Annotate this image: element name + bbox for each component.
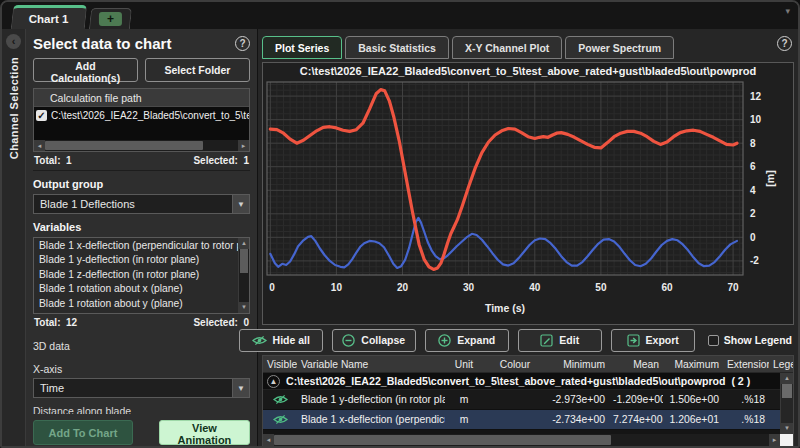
series-group-row[interactable]: ▲ C:\test\2026_IEA22_Bladed5\convert_to_… xyxy=(263,373,793,390)
visibility-toggle[interactable] xyxy=(263,414,297,425)
series-min: -2.973e+00 xyxy=(547,394,609,405)
scroll-left-icon[interactable]: ◂ xyxy=(34,140,45,151)
svg-text:Time (s): Time (s) xyxy=(485,302,525,314)
select-folder-button[interactable]: Select Folder xyxy=(145,58,250,82)
calc-checkbox-checked[interactable]: ✓ xyxy=(36,110,47,121)
show-legend-label: Show Legend xyxy=(724,334,792,346)
tab-plot-series[interactable]: Plot Series xyxy=(262,36,342,59)
variable-item[interactable]: Blade 1 rotation about y (plane) xyxy=(34,296,238,311)
chart-tab-strip: Chart 1 + ▾ xyxy=(2,2,798,29)
series-row[interactable]: Blade 1 x-deflection (perpendicular tom-… xyxy=(263,410,793,430)
edit-button[interactable]: Edit xyxy=(518,329,602,352)
svg-text:60: 60 xyxy=(661,282,673,293)
checkmark-icon: ✓ xyxy=(36,110,47,121)
3d-data-label: 3D data xyxy=(33,340,250,352)
column-header-colour[interactable]: Colour xyxy=(483,359,547,370)
series-horizontal-scrollbar[interactable]: ◂ ▸ xyxy=(263,434,780,446)
calc-table-body: ✓ C:\test\2026_IEA22_Bladed5\convert_to_… xyxy=(34,107,249,140)
scroll-track[interactable] xyxy=(45,140,238,151)
scroll-down-icon[interactable]: ▼ xyxy=(781,423,793,434)
scroll-down-icon[interactable]: ▼ xyxy=(239,302,249,313)
hide-all-button[interactable]: Hide all xyxy=(239,329,323,352)
chart-container: C:\test\2026_IEA22_Bladed5\convert_to_5\… xyxy=(262,62,794,325)
chevron-down-icon[interactable]: ▾ xyxy=(785,6,790,16)
scroll-left-icon[interactable]: ◂ xyxy=(263,434,274,446)
svg-text:30: 30 xyxy=(463,282,475,293)
chevron-up-icon[interactable]: ▲ xyxy=(267,375,280,388)
variables-list: Blade 1 x-deflection (perpendicular to r… xyxy=(33,237,250,314)
tab-chart-1[interactable]: Chart 1 xyxy=(11,5,87,29)
column-header-visible[interactable]: Visible xyxy=(263,359,297,370)
view-animation-button[interactable]: View Animation xyxy=(159,420,250,445)
chart-plot[interactable]: -2024681012010203040506070Time (s)[m] xyxy=(265,79,785,319)
output-group-dropdown[interactable]: Blade 1 Deflections ▼ xyxy=(33,194,250,214)
variables-label: Variables xyxy=(33,221,250,233)
variables-totals: Total: 12 Selected: 0 xyxy=(33,314,250,332)
visibility-toggle[interactable] xyxy=(263,394,297,405)
series-row[interactable]: Blade 1 y-deflection (in rotor plane) am… xyxy=(263,390,793,410)
calc-horizontal-scrollbar[interactable]: ◂ ▸ xyxy=(34,140,249,151)
tab-power-spectrum[interactable]: Power Spectrum xyxy=(565,36,674,59)
svg-text:50: 50 xyxy=(595,282,607,293)
column-header-maximum[interactable]: Maximum xyxy=(663,359,723,370)
svg-text:-2: -2 xyxy=(750,255,759,266)
scroll-thumb[interactable] xyxy=(240,249,248,273)
column-header-mean[interactable]: Mean xyxy=(609,359,663,370)
select-data-panel: Select data to chart ? Add Calculation(s… xyxy=(26,29,258,446)
plot-tab-bar: Plot SeriesBasic StatisticsX-Y Channel P… xyxy=(262,32,794,59)
series-extension: .%18 xyxy=(723,414,769,425)
calc-file-row[interactable]: ✓ C:\test\2026_IEA22_Bladed5\convert_to_… xyxy=(34,107,249,123)
series-unit: m xyxy=(445,414,483,425)
plus-icon: + xyxy=(99,12,122,26)
scroll-right-icon[interactable]: ▸ xyxy=(769,434,780,446)
series-toolbar: Hide all Collapse Expand Edit Export xyxy=(262,325,794,355)
tab-chart-1-label: Chart 1 xyxy=(29,13,69,25)
column-header-minimum[interactable]: Minimum xyxy=(547,359,609,370)
column-header-lege[interactable]: Lege xyxy=(769,359,793,370)
column-header-variable-name[interactable]: Variable Name xyxy=(297,359,445,370)
help-icon[interactable]: ? xyxy=(777,36,792,51)
help-icon[interactable]: ? xyxy=(235,36,250,51)
add-to-chart-button[interactable]: Add To Chart xyxy=(33,420,133,445)
scroll-up-icon[interactable]: ▲ xyxy=(239,238,249,249)
column-header-extension[interactable]: Extension xyxy=(723,359,769,370)
collapse-left-panel-button[interactable]: ‹ xyxy=(6,34,21,49)
channel-selection-label: Channel Selection xyxy=(8,57,20,159)
scroll-thumb[interactable] xyxy=(274,435,611,445)
scroll-thumb[interactable] xyxy=(782,384,792,398)
scroll-up-icon[interactable]: ▲ xyxy=(781,373,793,384)
scroll-right-icon[interactable]: ▸ xyxy=(238,140,249,151)
svg-text:[m]: [m] xyxy=(764,170,776,186)
column-header-unit[interactable]: Unit xyxy=(445,359,483,370)
variable-item[interactable]: Blade 1 z-deflection (in rotor plane) xyxy=(34,267,238,282)
variable-item[interactable]: Blade 1 rotation about x (plane) xyxy=(34,282,238,297)
calc-table-header[interactable]: Calculation file path xyxy=(34,89,249,107)
eye-slash-icon xyxy=(252,335,267,346)
show-legend-toggle[interactable]: Show Legend xyxy=(708,334,792,346)
x-axis-dropdown[interactable]: Time ▼ xyxy=(33,378,250,398)
new-chart-tab[interactable]: + xyxy=(89,8,132,29)
tab-basic-statistics[interactable]: Basic Statistics xyxy=(345,36,449,59)
scroll-track[interactable] xyxy=(239,249,249,302)
series-mean: -1.209e+00 xyxy=(609,394,663,405)
variables-scrollbar[interactable]: ▲ ▼ xyxy=(238,238,249,313)
collapse-button[interactable]: Collapse xyxy=(332,329,416,352)
chevron-down-icon: ▼ xyxy=(232,195,249,213)
series-vertical-scrollbar[interactable]: ▲ ▼ xyxy=(780,373,793,434)
series-table: VisibleVariable NameUnitColourMinimumMea… xyxy=(262,355,794,446)
expand-button[interactable]: Expand xyxy=(425,329,509,352)
variable-item[interactable]: Blade 1 x-deflection (perpendicular to r… xyxy=(34,238,238,253)
output-group-label: Output group xyxy=(33,178,250,190)
calculation-file-table: Calculation file path ✓ C:\test\2026_IEA… xyxy=(33,88,250,152)
variable-item[interactable]: Blade 1 y-deflection (in rotor plane) xyxy=(34,253,238,268)
add-calculations-button[interactable]: Add Calculation(s) xyxy=(33,58,138,82)
scroll-track[interactable] xyxy=(274,434,769,446)
legend-checkbox[interactable] xyxy=(708,335,719,346)
scroll-thumb[interactable] xyxy=(45,141,203,150)
series-name: Blade 1 x-deflection (perpendicular to xyxy=(297,414,445,425)
calc-file-path: C:\test\2026_IEA22_Bladed5\convert_to_5\… xyxy=(51,110,249,121)
svg-text:8: 8 xyxy=(750,138,756,149)
tab-x-y-channel-plot[interactable]: X-Y Channel Plot xyxy=(452,36,562,59)
svg-text:4: 4 xyxy=(750,185,756,196)
export-button[interactable]: Export xyxy=(611,329,695,352)
